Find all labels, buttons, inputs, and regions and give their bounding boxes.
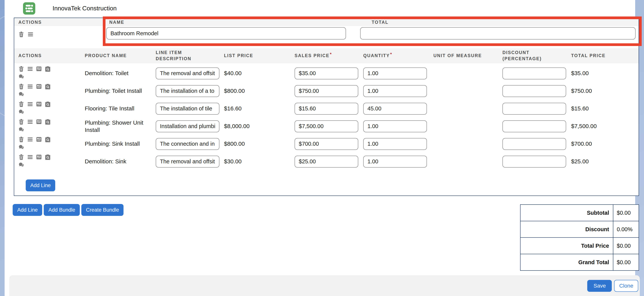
row-actions-cell bbox=[14, 152, 80, 170]
discount-input[interactable] bbox=[502, 85, 566, 97]
total-price: $750.00 bbox=[571, 87, 596, 95]
quote-name-header: NAME bbox=[106, 18, 360, 26]
menu-icon[interactable] bbox=[27, 66, 33, 72]
quote-total-input[interactable] bbox=[360, 27, 636, 40]
table-row: Plumbing: Shower Unit Install $8,000.00 … bbox=[14, 117, 639, 135]
discount-input[interactable] bbox=[502, 67, 566, 79]
product-name: Plumbing: Shower Unit Install bbox=[85, 119, 152, 134]
sales-price-input[interactable] bbox=[294, 67, 358, 79]
summary-label: Subtotal bbox=[520, 204, 613, 221]
clipboard-search-icon[interactable] bbox=[45, 101, 51, 107]
note-icon[interactable] bbox=[36, 136, 42, 142]
delete-icon[interactable] bbox=[18, 154, 24, 160]
summary-label: Grand Total bbox=[520, 254, 613, 270]
clipboard-search-icon[interactable] bbox=[45, 136, 51, 142]
note-icon[interactable] bbox=[36, 119, 42, 124]
clipboard-search-icon[interactable] bbox=[45, 154, 51, 160]
clipboard-search-icon[interactable] bbox=[45, 84, 51, 89]
create-bundle-button[interactable]: Create Bundle bbox=[81, 204, 124, 216]
line-description-input[interactable] bbox=[156, 138, 220, 150]
column-header: SALES PRICE* bbox=[290, 48, 359, 63]
delete-icon[interactable] bbox=[18, 136, 24, 142]
menu-icon[interactable] bbox=[28, 32, 33, 37]
sales-price-input[interactable] bbox=[294, 156, 358, 167]
quantity-input[interactable] bbox=[363, 156, 427, 167]
note-icon[interactable] bbox=[36, 154, 42, 160]
line-description-input[interactable] bbox=[156, 120, 220, 132]
row-actions-cell bbox=[14, 135, 80, 152]
quantity-input[interactable] bbox=[363, 102, 427, 114]
total-price: $35.00 bbox=[571, 70, 592, 77]
line-description-input[interactable] bbox=[156, 85, 220, 97]
product-name: Flooring: Tile Install bbox=[85, 105, 138, 112]
line-items-header-row: ACTIONS PRODUCT NAME LINE ITEM DESCRIPTI… bbox=[14, 48, 639, 63]
clone-button[interactable]: Clone bbox=[614, 280, 638, 292]
summary-value: $0.00 bbox=[613, 204, 639, 221]
row-actions-cell bbox=[14, 82, 80, 100]
quantity-input[interactable] bbox=[363, 120, 427, 132]
summary-label: Total Price bbox=[520, 238, 613, 254]
column-header: LIST PRICE bbox=[220, 48, 290, 63]
chat-icon[interactable] bbox=[18, 144, 24, 150]
list-price: $800.00 bbox=[224, 140, 248, 148]
summary-row: Total Price $0.00 bbox=[520, 238, 639, 254]
table-row: Flooring: Tile Install $16.60 $15.60 bbox=[14, 100, 639, 117]
sales-price-input[interactable] bbox=[294, 85, 358, 97]
note-icon[interactable] bbox=[36, 84, 42, 89]
menu-icon[interactable] bbox=[27, 101, 33, 107]
summary-value: 0.00% bbox=[613, 221, 639, 238]
add-bundle-button[interactable]: Add Bundle bbox=[44, 204, 80, 216]
delete-icon[interactable] bbox=[18, 32, 24, 37]
sales-price-input[interactable] bbox=[294, 102, 358, 114]
note-icon[interactable] bbox=[36, 66, 42, 72]
line-description-input[interactable] bbox=[156, 67, 220, 79]
app-header: InnovaTek Construction bbox=[4, 0, 635, 18]
summary-value: $0.00 bbox=[613, 238, 639, 254]
quantity-input[interactable] bbox=[363, 85, 427, 97]
summary-row: Subtotal $0.00 bbox=[520, 204, 639, 221]
menu-icon[interactable] bbox=[27, 119, 33, 124]
discount-input[interactable] bbox=[502, 120, 566, 132]
chat-icon[interactable] bbox=[18, 91, 24, 97]
column-header: UNIT OF MEASURE bbox=[429, 48, 498, 63]
quantity-input[interactable] bbox=[363, 67, 427, 79]
sales-price-input[interactable] bbox=[294, 138, 358, 150]
quantity-input[interactable] bbox=[363, 138, 427, 150]
delete-icon[interactable] bbox=[18, 119, 24, 124]
line-description-input[interactable] bbox=[156, 102, 220, 114]
app-window: InnovaTek Construction ACTIONS NAME TOTA… bbox=[4, 0, 635, 296]
row-actions-cell bbox=[14, 100, 80, 117]
note-icon[interactable] bbox=[36, 101, 42, 107]
sales-price-input[interactable] bbox=[294, 120, 358, 132]
screen: InnovaTek Construction ACTIONS NAME TOTA… bbox=[0, 0, 644, 296]
menu-icon[interactable] bbox=[27, 154, 33, 160]
add-line-button[interactable]: Add Line bbox=[13, 204, 42, 216]
line-description-input[interactable] bbox=[156, 156, 220, 167]
chat-icon[interactable] bbox=[18, 126, 24, 132]
total-price: $7,500.00 bbox=[571, 122, 600, 130]
discount-input[interactable] bbox=[502, 102, 566, 114]
delete-icon[interactable] bbox=[18, 101, 24, 107]
list-price: $16.60 bbox=[224, 105, 246, 112]
add-line-button-inner[interactable]: Add Line bbox=[26, 180, 56, 191]
save-button[interactable]: Save bbox=[588, 280, 612, 292]
chat-icon[interactable] bbox=[18, 74, 24, 79]
column-header: ACTIONS bbox=[14, 48, 80, 63]
delete-icon[interactable] bbox=[18, 84, 24, 89]
discount-input[interactable] bbox=[502, 138, 566, 150]
quote-name-input[interactable] bbox=[106, 27, 346, 40]
product-name: Plumbing: Sink Install bbox=[85, 140, 144, 148]
discount-input[interactable] bbox=[502, 156, 566, 167]
table-row: Demolition: Sink $30.00 $25.00 bbox=[14, 152, 639, 170]
delete-icon[interactable] bbox=[18, 66, 24, 72]
clipboard-search-icon[interactable] bbox=[45, 66, 51, 72]
menu-icon[interactable] bbox=[27, 136, 33, 142]
line-items-rows: Demolition: Toilet $40.00 $35.00 Plumbin… bbox=[14, 63, 639, 170]
clipboard-search-icon[interactable] bbox=[45, 119, 51, 124]
column-header: LINE ITEM DESCRIPTION bbox=[152, 48, 220, 63]
chat-icon[interactable] bbox=[18, 162, 24, 168]
menu-icon[interactable] bbox=[27, 84, 33, 89]
chat-icon[interactable] bbox=[18, 109, 24, 115]
row-actions-cell bbox=[14, 64, 80, 82]
column-header: QUANTITY* bbox=[359, 48, 429, 63]
